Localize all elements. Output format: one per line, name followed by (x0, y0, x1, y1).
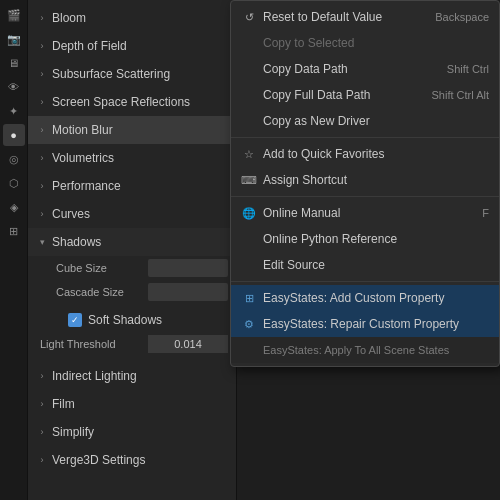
chevron-performance (36, 180, 48, 192)
chevron-screen-space (36, 96, 48, 108)
ctx-copy-selected-label: Copy to Selected (263, 36, 354, 50)
label-performance: Performance (52, 179, 121, 193)
row-film[interactable]: Film (28, 390, 236, 418)
ctx-manual-label: Online Manual (263, 206, 340, 220)
row-verge3d[interactable]: Verge3D Settings (28, 446, 236, 474)
ctx-online-manual[interactable]: 🌐 Online Manual F (231, 200, 499, 226)
label-cube-size: Cube Size (56, 262, 107, 274)
copy-fp-icon (241, 87, 257, 103)
ctx-pyref-left: Online Python Reference (241, 231, 397, 247)
label-indirect: Indirect Lighting (52, 369, 137, 383)
soft-shadows-checkbox[interactable]: ✓ (68, 313, 82, 327)
ctx-fav-left: ☆ Add to Quick Favorites (241, 146, 384, 162)
ctx-copy-fp-left: Copy Full Data Path (241, 87, 370, 103)
cube-size-input[interactable] (148, 259, 228, 277)
row-screen-space[interactable]: Screen Space Reflections (28, 88, 236, 116)
chevron-simplify (36, 426, 48, 438)
ctx-copy-drv-label: Copy as New Driver (263, 114, 370, 128)
ctx-python-ref[interactable]: Online Python Reference (231, 226, 499, 252)
ctx-easystates-repair[interactable]: ⚙ EasyStates: Repair Custom Property (231, 311, 499, 337)
python-icon (241, 231, 257, 247)
ctx-reset-label: Reset to Default Value (263, 10, 382, 24)
sidebar-icon-dots[interactable]: ⊞ (3, 220, 25, 242)
sidebar-icon-data[interactable]: ◈ (3, 196, 25, 218)
ctx-es-add-label: EasyStates: Add Custom Property (263, 291, 444, 305)
label-dof: Depth of Field (52, 39, 127, 53)
sidebar-icons: 🎬 📷 🖥 👁 ✦ ● ◎ ⬡ ◈ ⊞ (0, 0, 28, 500)
ctx-es-apply-left: EasyStates: Apply To All Scene States (241, 342, 449, 358)
copy-dp-icon (241, 61, 257, 77)
easystates-apply-icon (241, 342, 257, 358)
sidebar-icon-world[interactable]: ◎ (3, 148, 25, 170)
row-depth-of-field[interactable]: Depth of Field (28, 32, 236, 60)
ctx-shortcut-left: ⌨ Assign Shortcut (241, 172, 347, 188)
row-volumetrics[interactable]: Volumetrics (28, 144, 236, 172)
label-simplify: Simplify (52, 425, 94, 439)
cascade-size-input[interactable] (148, 283, 228, 301)
sidebar-icon-particles[interactable]: ✦ (3, 100, 25, 122)
ctx-copy-driver[interactable]: Copy as New Driver (231, 108, 499, 134)
ctx-es-add-left: ⊞ EasyStates: Add Custom Property (241, 290, 444, 306)
ctx-add-quick-fav[interactable]: ☆ Add to Quick Favorites (231, 141, 499, 167)
chevron-indirect (36, 370, 48, 382)
soft-shadows-label: Soft Shadows (88, 313, 162, 327)
ctx-reset-shortcut: Backspace (435, 11, 489, 23)
soft-shadows-row[interactable]: ✓ Soft Shadows (28, 308, 236, 332)
ctx-pyref-label: Online Python Reference (263, 232, 397, 246)
left-panel: 🎬 📷 🖥 👁 ✦ ● ◎ ⬡ ◈ ⊞ Bloom Depth of Field… (0, 0, 237, 500)
sidebar-icon-output[interactable]: 🖥 (3, 52, 25, 74)
sidebar-icon-object[interactable]: ⬡ (3, 172, 25, 194)
ctx-copy-selected: Copy to Selected (231, 30, 499, 56)
chevron-film (36, 398, 48, 410)
ctx-es-apply-label: EasyStates: Apply To All Scene States (263, 344, 449, 356)
row-curves[interactable]: Curves (28, 200, 236, 228)
sidebar-icon-active[interactable]: ● (3, 124, 25, 146)
ctx-reset-left: ↺ Reset to Default Value (241, 9, 382, 25)
globe-icon: 🌐 (241, 205, 257, 221)
label-verge3d: Verge3D Settings (52, 453, 145, 467)
ctx-copy-dp-left: Copy Data Path (241, 61, 348, 77)
row-subsurface[interactable]: Subsurface Scattering (28, 60, 236, 88)
ctx-copy-dp-shortcut: Shift Ctrl (447, 63, 489, 75)
ctx-copy-full-path[interactable]: Copy Full Data Path Shift Ctrl Alt (231, 82, 499, 108)
label-bloom: Bloom (52, 11, 86, 25)
ctx-reset[interactable]: ↺ Reset to Default Value Backspace (231, 4, 499, 30)
undo-icon: ↺ (241, 9, 257, 25)
chevron-subsurface (36, 68, 48, 80)
ctx-fav-label: Add to Quick Favorites (263, 147, 384, 161)
ctx-editsrc-label: Edit Source (263, 258, 325, 272)
ctx-edit-source[interactable]: Edit Source (231, 252, 499, 278)
chevron-curves (36, 208, 48, 220)
row-indirect-lighting[interactable]: Indirect Lighting (28, 362, 236, 390)
ctx-editsrc-left: Edit Source (241, 257, 325, 273)
label-cascade-size: Cascade Size (56, 286, 124, 298)
row-simplify[interactable]: Simplify (28, 418, 236, 446)
ctx-copy-selected-left: Copy to Selected (241, 35, 354, 51)
ctx-easystates-add[interactable]: ⊞ EasyStates: Add Custom Property (231, 285, 499, 311)
chevron-bloom (36, 12, 48, 24)
row-cascade-size: Cascade Size (28, 280, 236, 304)
ctx-manual-left: 🌐 Online Manual (241, 205, 340, 221)
ctx-shortcut-label: Assign Shortcut (263, 173, 347, 187)
label-curves: Curves (52, 207, 90, 221)
sidebar-icon-view[interactable]: 👁 (3, 76, 25, 98)
sidebar-icon-scene[interactable]: 🎬 (3, 4, 25, 26)
row-bloom[interactable]: Bloom (28, 4, 236, 32)
row-motion-blur[interactable]: Motion Blur (28, 116, 236, 144)
row-cube-size: Cube Size (28, 256, 236, 280)
label-shadows: Shadows (52, 235, 101, 249)
row-performance[interactable]: Performance (28, 172, 236, 200)
ctx-copy-data-path[interactable]: Copy Data Path Shift Ctrl (231, 56, 499, 82)
threshold-value[interactable]: 0.014 (148, 335, 228, 353)
threshold-label: Light Threshold (40, 338, 140, 350)
ctx-assign-shortcut[interactable]: ⌨ Assign Shortcut (231, 167, 499, 193)
ctx-es-repair-left: ⚙ EasyStates: Repair Custom Property (241, 316, 459, 332)
chevron-motion-blur (36, 124, 48, 136)
threshold-row: Light Threshold 0.014 (28, 332, 236, 356)
row-shadows[interactable]: Shadows (28, 228, 236, 256)
easystates-add-icon: ⊞ (241, 290, 257, 306)
label-volumetrics: Volumetrics (52, 151, 114, 165)
label-screen-space: Screen Space Reflections (52, 95, 190, 109)
sidebar-icon-render[interactable]: 📷 (3, 28, 25, 50)
ctx-copy-dp-label: Copy Data Path (263, 62, 348, 76)
